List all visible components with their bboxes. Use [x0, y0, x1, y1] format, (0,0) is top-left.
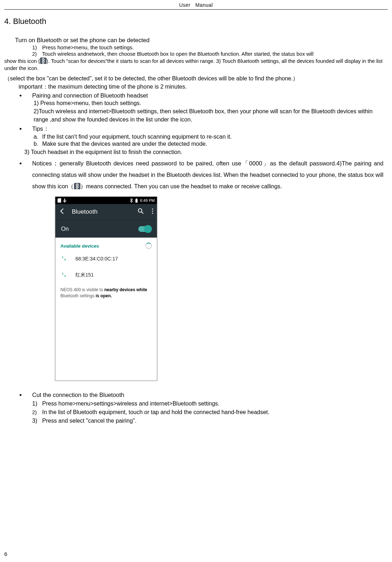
more-icon[interactable]: [152, 208, 153, 216]
device-name: 68:3E:34:C0:0C:17: [75, 256, 118, 262]
important-note: important：the maximum detecting time of …: [19, 83, 388, 91]
device-row[interactable]: 红米151: [55, 267, 157, 283]
phone-icon: [61, 255, 68, 262]
device-row[interactable]: 68:3E:34:C0:0C:17: [55, 250, 157, 267]
svg-point-2: [138, 209, 142, 212]
on-label: On: [61, 226, 69, 232]
loading-spinner-icon: [145, 243, 152, 249]
pairing-step1: 1) Press home>menu, then touch settings.: [34, 99, 388, 107]
available-devices-header: Available devices: [55, 240, 157, 250]
bluetooth-connected-icon: [74, 183, 80, 189]
bullet-pairing: Pairing and connection of Bluetooth head…: [26, 92, 388, 124]
svg-point-5: [152, 213, 153, 214]
svg-point-3: [152, 208, 153, 209]
device-name: 红米151: [75, 272, 94, 278]
clock-text: 6:49 PM: [140, 198, 155, 203]
tips-step3: 3) Touch headset in the equipment list t…: [24, 148, 388, 156]
svg-rect-1: [136, 198, 137, 199]
pairing-step2: 2)Touch wireless and internet>Bluetooth …: [34, 107, 388, 124]
turn-on-heading: Turn on Bluetooth or set the phone can b…: [15, 37, 388, 44]
phone-appbar: Bluetooth: [55, 204, 157, 220]
bullet-tips: Tips： a.If the list can't find your equi…: [26, 125, 388, 156]
bluetooth-icon: [130, 198, 133, 203]
section-title: 4. Bluetooth: [4, 17, 388, 26]
phone-statusbar: 6:49 PM: [55, 197, 157, 204]
usb-icon: [63, 198, 66, 203]
paragraph: （select the box "can be detected", set i…: [4, 75, 388, 83]
bluetooth-toggle[interactable]: [138, 226, 151, 232]
header-left: User: [179, 2, 190, 8]
list-item: 3)Press and select "cancel the pairing".: [32, 418, 388, 424]
phone-screenshot: 6:49 PM Bluetooth On Available dev: [55, 197, 388, 381]
list-item: 2)Touch wireless andnetwork, then choose…: [32, 51, 388, 57]
paragraph: show this icon (). Touch "scan for devic…: [4, 58, 388, 72]
phone-icon: [61, 272, 68, 278]
svg-point-4: [152, 210, 153, 212]
svg-rect-0: [135, 199, 138, 203]
bullet-cut-connection: Cut the connection to the Bluetooth 1)Pr…: [26, 392, 388, 424]
appbar-title: Bluetooth: [72, 208, 98, 215]
page-number: 6: [4, 551, 7, 557]
bluetooth-status-icon: [40, 58, 46, 64]
back-icon[interactable]: [59, 208, 65, 216]
search-icon[interactable]: [138, 208, 144, 216]
visibility-note: NEOS 400 is visible to nearby devices wh…: [55, 283, 157, 302]
list-item: 1)Press home>menu>settings>wireless and …: [32, 401, 388, 407]
tip-a: a.If the list can't find your equipment,…: [34, 134, 388, 140]
list-item: 1)Press home>menu, the touch settings.: [32, 44, 388, 50]
header-right: Manual: [195, 2, 213, 8]
page-header: UserManual: [4, 0, 388, 10]
bluetooth-on-row: On: [55, 220, 157, 238]
list-item: 2)In the list of Bluetooth equipment, to…: [32, 409, 388, 416]
tip-b: b.Make sure that the devices wanted are …: [34, 141, 388, 147]
bullet-notices: Notices：generally Bluetooth devices need…: [26, 158, 388, 192]
battery-icon: [135, 198, 138, 203]
sdcard-icon: [58, 198, 61, 203]
